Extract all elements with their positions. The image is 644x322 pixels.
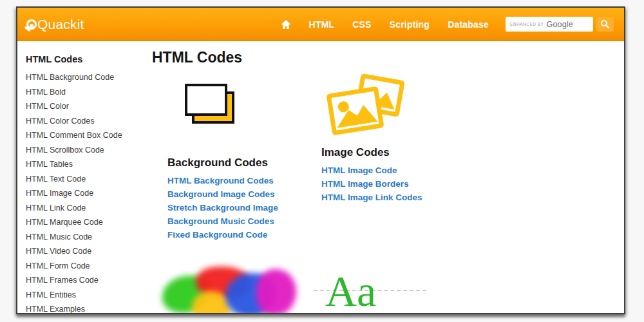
background-codes-icon-area xyxy=(167,83,321,150)
sections-grid: Background Codes HTML Background Codes B… xyxy=(167,71,624,314)
link-background-music-codes[interactable]: Background Music Codes xyxy=(167,216,274,226)
sidebar-item-marquee-code[interactable]: HTML Marquee Code xyxy=(26,218,103,227)
sidebar-item-image-code[interactable]: HTML Image Code xyxy=(26,189,93,198)
link-html-image-link-codes[interactable]: HTML Image Link Codes xyxy=(321,193,422,202)
list-item: HTML Color Codes xyxy=(26,116,152,126)
list-item: HTML Frames Code xyxy=(26,275,152,285)
list-item: HTML Scrollbox Code xyxy=(26,145,152,155)
photo-frames-icon xyxy=(327,73,405,137)
home-nav-link[interactable] xyxy=(281,20,291,29)
link-html-background-codes[interactable]: HTML Background Codes xyxy=(167,176,274,185)
background-links-list: HTML Background Codes Background Image C… xyxy=(167,176,321,240)
link-html-image-borders[interactable]: HTML Image Borders xyxy=(321,179,409,189)
sidebar-item-color-codes[interactable]: HTML Color Codes xyxy=(26,117,95,126)
search-field-wrap: ENHANCED BY Google xyxy=(506,17,593,32)
link-background-image-codes[interactable]: Background Image Codes xyxy=(167,189,275,199)
list-item: HTML Background Codes xyxy=(167,176,321,185)
image-links-list: HTML Image Code HTML Image Borders HTML … xyxy=(321,166,527,202)
sidebar-item-video-code[interactable]: HTML Video Code xyxy=(26,247,91,256)
list-item: HTML Image Link Codes xyxy=(321,193,527,202)
list-item: HTML Music Code xyxy=(26,232,152,242)
list-item: HTML Color xyxy=(26,101,152,111)
splat-magenta xyxy=(256,269,296,314)
sidebar-item-comment-box[interactable]: HTML Comment Box Code xyxy=(26,131,122,140)
sidebar-item-form-code[interactable]: HTML Form Code xyxy=(26,261,90,270)
sidebar-heading: HTML Codes xyxy=(26,54,152,64)
overlapping-rectangles-icon xyxy=(184,83,236,124)
list-item: HTML Examples xyxy=(26,304,152,314)
list-item: Fixed Background Code xyxy=(167,230,321,240)
page-title: HTML Codes xyxy=(152,49,624,66)
list-item: HTML Entities xyxy=(26,290,152,299)
nav-item-css[interactable]: CSS xyxy=(352,19,371,30)
list-item: HTML Comment Box Code xyxy=(26,130,152,140)
sidebar-item-background-code[interactable]: HTML Background Code xyxy=(26,73,114,82)
section-background-codes: Background Codes HTML Background Codes B… xyxy=(167,71,321,243)
list-item: HTML Image Code xyxy=(321,166,527,175)
nav-item-html[interactable]: HTML xyxy=(309,19,335,30)
link-stretch-background-image[interactable]: Stretch Background Image xyxy=(167,203,278,213)
list-item: HTML Link Code xyxy=(26,203,152,213)
sidebar-item-frames-code[interactable]: HTML Frames Code xyxy=(26,276,99,285)
sidebar-item-color[interactable]: HTML Color xyxy=(26,102,69,111)
link-html-image-code[interactable]: HTML Image Code xyxy=(321,166,397,175)
list-item: Background Music Codes xyxy=(167,216,321,226)
section-heading-image: Image Codes xyxy=(321,146,527,159)
nav-item-database[interactable]: Database xyxy=(448,19,489,30)
list-item: HTML Marquee Code xyxy=(26,217,152,227)
site-search: ENHANCED BY Google xyxy=(506,17,614,32)
home-icon xyxy=(281,20,291,29)
logo-text: Quackit xyxy=(37,17,84,32)
sidebar-item-text-code[interactable]: HTML Text Code xyxy=(26,175,86,184)
quackit-logo[interactable]: Quackit xyxy=(26,17,84,32)
page-frame: Quackit HTML CSS Scripting Database ENHA… xyxy=(16,6,625,314)
sidebar-list: HTML Background Code HTML Bold HTML Colo… xyxy=(26,72,152,314)
list-item: HTML Image Borders xyxy=(321,179,527,189)
nav-item-scripting[interactable]: Scripting xyxy=(390,19,430,30)
sidebar-item-tables[interactable]: HTML Tables xyxy=(26,160,73,169)
sidebar-item-bold[interactable]: HTML Bold xyxy=(26,88,66,97)
list-item: Stretch Background Image xyxy=(167,203,321,213)
content-area: HTML Codes HTML Background Code HTML Bol… xyxy=(17,41,624,314)
image-codes-icon-area xyxy=(321,73,527,140)
sidebar: HTML Codes HTML Background Code HTML Bol… xyxy=(17,41,152,314)
magnifier-q-icon xyxy=(26,19,37,30)
list-item: HTML Text Code xyxy=(26,174,152,184)
list-item: HTML Form Code xyxy=(26,261,152,270)
list-item: Background Image Codes xyxy=(167,189,321,199)
search-input[interactable] xyxy=(506,17,593,32)
paint-splat-icon xyxy=(161,267,321,314)
list-item: HTML Video Code xyxy=(26,246,152,256)
search-button[interactable] xyxy=(596,17,614,32)
main-nav: HTML CSS Scripting Database xyxy=(281,19,489,30)
sidebar-item-music-code[interactable]: HTML Music Code xyxy=(26,232,92,242)
main-content: HTML Codes Background Codes HTML Backgro… xyxy=(152,41,624,314)
section-image-codes: Image Codes HTML Image Code HTML Image B… xyxy=(321,71,527,243)
sidebar-item-scrollbox[interactable]: HTML Scrollbox Code xyxy=(26,146,104,155)
link-fixed-background-code[interactable]: Fixed Background Code xyxy=(167,230,267,240)
list-item: HTML Image Code xyxy=(26,188,152,198)
sidebar-item-entities[interactable]: HTML Entities xyxy=(26,290,76,299)
sidebar-item-link-code[interactable]: HTML Link Code xyxy=(26,204,86,213)
search-icon xyxy=(600,19,610,29)
list-item: HTML Tables xyxy=(26,159,152,169)
sidebar-item-examples[interactable]: HTML Examples xyxy=(26,305,85,314)
text-sample-icon: Aa xyxy=(314,274,426,314)
section-heading-background: Background Codes xyxy=(167,156,321,169)
list-item: HTML Bold xyxy=(26,87,152,97)
top-navbar: Quackit HTML CSS Scripting Database ENHA… xyxy=(17,8,624,41)
aa-sample-text: Aa xyxy=(325,264,376,314)
list-item: HTML Background Code xyxy=(26,72,152,82)
